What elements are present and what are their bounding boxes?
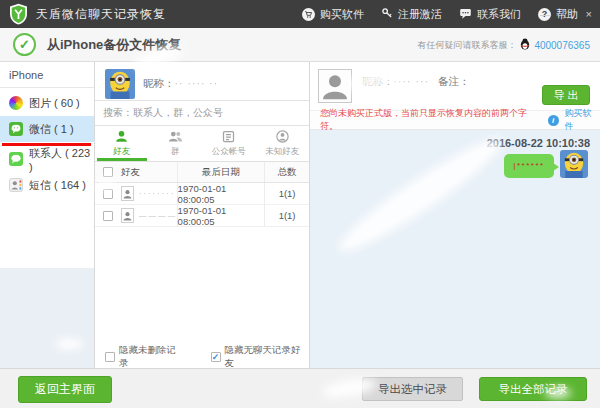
register-activate-menu[interactable]: 注册激活 [381,7,442,22]
tab-groups-label: 群 [171,146,180,158]
table-row[interactable]: — — — — 1970-01-01 08:00:05 1(1) [95,205,309,227]
nickname-row: 昵称：·· ···· ·· [143,77,218,91]
newspaper-icon [221,129,236,144]
chat-remark-row: 备注： [438,75,470,89]
tab-public-accounts[interactable]: 公众帐号 [202,126,256,161]
tab-unknown-friends[interactable]: 未知好友 [256,126,310,161]
nickname-value: ·· ···· ·· [175,77,219,89]
header-total: 总数 [264,162,309,182]
info-icon: i [548,115,559,126]
message-timestamp: 2016-08-22 10:10:38 [487,137,590,149]
hide-undeleted-filter[interactable]: 隐藏未删除记录 [105,344,185,370]
register-activate-label: 注册激活 [398,7,442,22]
sidebar-item-photos-label: 图片 ( 60 ) [29,96,80,111]
person-icon [114,129,129,144]
message-bubble: |****** [504,154,554,178]
export-all-button[interactable]: 导出全部记录 [479,377,587,401]
maximize-button[interactable]: □ [565,8,572,20]
footer: 返回主界面 导出选中记录 导出全部记录 [0,368,600,408]
hide-nochat-checkbox[interactable] [211,352,221,362]
app-window: 天盾微信聊天记录恢复 购买软件 注册激活 联系我们 [0,0,600,408]
hide-nochat-label: 隐藏无聊天记录好友 [225,344,309,370]
contact-name: — — — — [139,211,175,220]
header-last-date: 最后日期 [177,162,265,182]
chat-remark-label: 备注： [438,75,470,87]
wechat-icon [9,122,23,136]
export-selected-button[interactable]: 导出选中记录 [362,377,463,401]
contact-us-menu[interactable]: 联系我们 [459,7,521,22]
minimize-button[interactable]: — [540,8,551,20]
hide-nochat-filter[interactable]: 隐藏无聊天记录好友 [211,344,309,370]
contact-name: · · · · · · · · [139,189,174,198]
censor-smudge [55,338,83,350]
cart-icon [302,8,315,21]
window-controls: — □ × [540,0,592,28]
annotation-red-underline [2,143,91,146]
sidebar-item-contacts[interactable]: 联系人 ( 223 ) [0,146,94,172]
table-header: 好友 最后日期 总数 [95,162,309,183]
trial-warning-bar: 您尚未购买正式版，当前只显示恢复内容的前两个字符。 i 购买软件 [310,110,600,130]
contact-list-header: 昵称：·· ···· ·· [95,62,309,100]
total-count: 1(1) [264,205,309,226]
person-circle-icon [275,129,290,144]
sidebar-item-sms[interactable]: 短信 ( 164 ) [0,172,94,198]
tab-friends-label: 好友 [113,146,130,158]
support-text: 有任何疑问请联系客服： [417,39,516,52]
censor-smudge [545,388,571,398]
minion-avatar [560,150,588,178]
sidebar-item-photos[interactable]: 图片 ( 60 ) [0,90,94,116]
contact-avatar-icon [121,208,134,223]
back-to-main-button[interactable]: 返回主界面 [18,376,112,403]
group-icon [168,129,183,144]
chat-icon [459,7,472,22]
sidebar: iPhone 图片 ( 60 ) 微信 ( 1 ) 联系人 ( 223 ) 短信… [0,62,95,368]
total-count: 1(1) [264,183,309,204]
chat-panel: 昵称：···· ··· 备注： 导 出 您尚未购买正式版，当前只显示恢复内容的前… [310,62,600,368]
hide-undeleted-checkbox[interactable] [105,352,115,362]
buy-software-label: 购买软件 [320,7,364,22]
table-row[interactable]: · · · · · · · · 1970-01-01 08:00:05 1(1) [95,183,309,205]
select-all-checkbox[interactable] [103,167,113,177]
contact-avatar-icon [121,186,134,201]
sidebar-item-sms-label: 短信 ( 164 ) [29,178,86,193]
sms-icon [9,178,23,192]
shield-logo-icon [8,3,29,25]
nickname-label: 昵称： [143,77,175,89]
titlebar: 天盾微信聊天记录恢复 购买软件 注册激活 联系我们 [0,0,600,28]
tab-friends[interactable]: 好友 [95,126,149,161]
subheader: ✓ 从iPhone备份文件恢复 有任何疑问请联系客服： 4000076365 [0,28,600,62]
last-date: 1970-01-01 08:00:05 [177,205,265,226]
key-icon [381,7,393,21]
contact-us-label: 联系我们 [477,7,521,22]
header-friend: 好友 [121,162,177,182]
contacts-icon [9,152,23,166]
row-checkbox[interactable] [103,211,113,221]
buy-software-menu[interactable]: 购买软件 [302,7,364,22]
support-info: 有任何疑问请联系客服： 4000076365 [417,28,590,62]
contact-tabs: 好友 群 公众帐号 未知好友 [95,126,309,162]
photos-icon [9,96,23,110]
close-button[interactable]: × [586,8,592,20]
tab-public-accounts-label: 公众帐号 [212,146,246,158]
minion-avatar [105,69,135,99]
tab-unknown-friends-label: 未知好友 [265,146,299,158]
sidebar-item-wechat[interactable]: 微信 ( 1 ) [0,116,94,142]
contact-list-panel: 昵称：·· ···· ·· 搜索：联系人，群，公众号 好友 群 公众帐号 未知好… [95,62,310,368]
export-button[interactable]: 导 出 [542,85,590,105]
last-date: 1970-01-01 08:00:05 [177,183,265,204]
sidebar-item-wechat-label: 微信 ( 1 ) [29,122,74,137]
qq-icon [519,38,531,52]
check-circle-icon: ✓ [13,33,36,56]
window-title: 天盾微信聊天记录恢复 [36,0,166,28]
filter-row: 隐藏未删除记录 隐藏无聊天记录好友 [95,344,309,370]
hide-undeleted-label: 隐藏未删除记录 [119,344,185,370]
search-input[interactable]: 搜索：联系人，群，公众号 [95,100,309,126]
titlebar-menu: 购买软件 注册激活 联系我们 ? 帮助 [302,0,578,28]
support-qq-number[interactable]: 4000076365 [534,40,590,51]
sidebar-device-header: iPhone [0,62,94,88]
sidebar-item-contacts-label: 联系人 ( 223 ) [29,146,94,173]
tab-groups[interactable]: 群 [149,126,203,161]
